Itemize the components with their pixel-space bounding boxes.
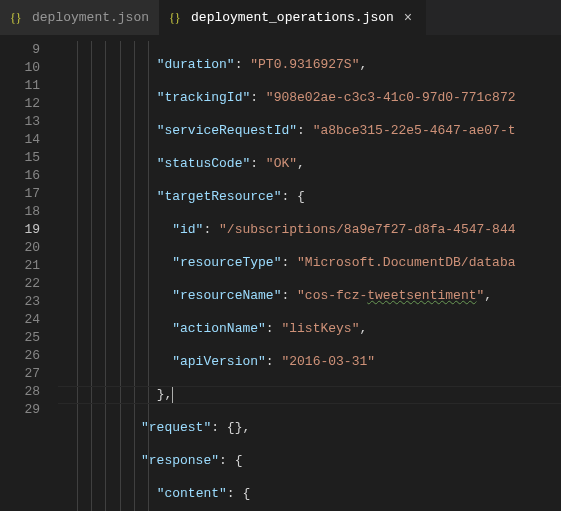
tab-deployment-operations-json[interactable]: {} deployment_operations.json ×	[159, 0, 426, 35]
line-number: 13	[0, 113, 40, 131]
code-content[interactable]: "duration": "PT0.9316927S", "trackingId"…	[58, 41, 561, 511]
tab-bar: {} deployment.json {} deployment_operati…	[0, 0, 561, 35]
line-number: 21	[0, 257, 40, 275]
json-key: "content"	[157, 486, 227, 501]
line-number: 11	[0, 77, 40, 95]
json-key: "targetResource"	[157, 189, 282, 204]
json-key: "duration"	[157, 57, 235, 72]
tab-label: deployment.json	[32, 10, 149, 25]
json-icon: {}	[169, 10, 185, 26]
svg-text:{}: {}	[10, 11, 22, 25]
line-number: 23	[0, 293, 40, 311]
line-number-gutter: 9101112131415161718192021222324252627282…	[0, 41, 58, 511]
line-number: 26	[0, 347, 40, 365]
json-key: "response"	[141, 453, 219, 468]
json-value: "2016-03-31"	[281, 354, 375, 369]
line-number: 19	[0, 221, 40, 239]
json-key: "serviceRequestId"	[157, 123, 297, 138]
line-number: 10	[0, 59, 40, 77]
json-icon: {}	[10, 10, 26, 26]
line-number: 29	[0, 401, 40, 419]
svg-text:{}: {}	[169, 11, 181, 25]
json-key: "id"	[172, 222, 203, 237]
json-value: "listKeys"	[281, 321, 359, 336]
json-key: "request"	[141, 420, 211, 435]
json-key: "trackingId"	[157, 90, 251, 105]
line-number: 22	[0, 275, 40, 293]
json-value: "908e02ae-c3c3-41c0-97d0-771c872	[266, 90, 516, 105]
line-number: 9	[0, 41, 40, 59]
json-value: "a8bce315-22e5-4647-ae07-t	[313, 123, 516, 138]
json-value: "OK"	[266, 156, 297, 171]
line-number: 20	[0, 239, 40, 257]
code-editor[interactable]: 9101112131415161718192021222324252627282…	[0, 35, 561, 511]
line-number: 14	[0, 131, 40, 149]
json-key: "statusCode"	[157, 156, 251, 171]
line-number: 16	[0, 167, 40, 185]
line-number: 28	[0, 383, 40, 401]
json-key: "actionName"	[172, 321, 266, 336]
line-number: 15	[0, 149, 40, 167]
json-value: "/subscriptions/8a9e7f27-d8fa-4547-844	[219, 222, 515, 237]
json-key: "apiVersion"	[172, 354, 266, 369]
line-number: 12	[0, 95, 40, 113]
json-value: "PT0.9316927S"	[250, 57, 359, 72]
tab-deployment-json[interactable]: {} deployment.json	[0, 0, 159, 35]
line-number: 25	[0, 329, 40, 347]
json-value: "Microsoft.DocumentDB/databa	[297, 255, 515, 270]
line-number: 24	[0, 311, 40, 329]
json-key: "resourceType"	[172, 255, 281, 270]
close-icon[interactable]: ×	[400, 10, 416, 26]
line-number: 17	[0, 185, 40, 203]
json-key: "resourceName"	[172, 288, 281, 303]
tab-label: deployment_operations.json	[191, 10, 394, 25]
line-number: 18	[0, 203, 40, 221]
line-number: 27	[0, 365, 40, 383]
